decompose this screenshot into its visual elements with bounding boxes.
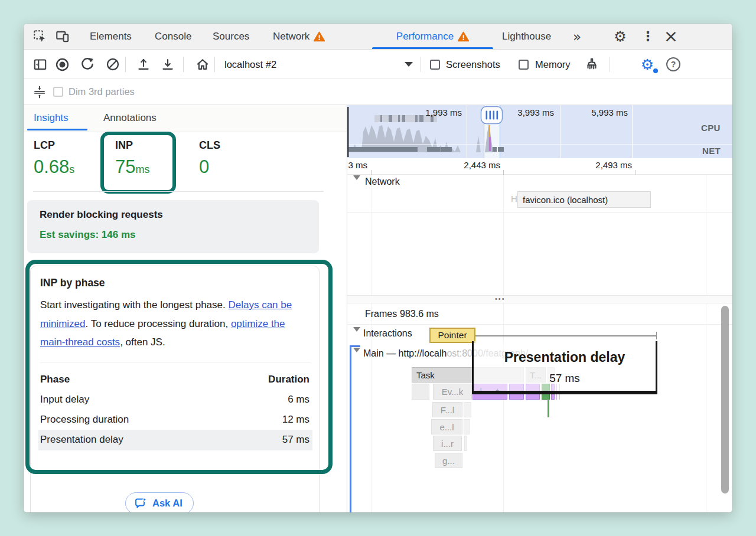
caret-down-icon[interactable] (405, 62, 413, 67)
inspect-element-icon[interactable] (32, 28, 48, 45)
cpu-track-label: CPU (701, 123, 721, 133)
render-blocking-card[interactable]: Render blocking requests Est savings: 14… (27, 200, 319, 253)
desktop-background: { "colors":{"accent":"#1a73e8","link":"#… (0, 0, 756, 536)
frames-track-label[interactable]: Frames (365, 309, 397, 319)
net-track-label: NET (702, 146, 721, 156)
settings-gear-icon[interactable]: ⚙ (611, 28, 629, 45)
ruler-tick (636, 170, 636, 175)
interactions-track-expander[interactable] (353, 332, 360, 342)
toolbar-separator (214, 57, 215, 72)
table-row[interactable]: Presentation delay57 ms (40, 434, 309, 446)
tab-insights-underline (27, 129, 87, 130)
collapse-tracks-icon[interactable] (32, 84, 47, 100)
screenshots-label[interactable]: Screenshots (446, 59, 500, 70)
main-track-border (350, 345, 351, 512)
tab-elements[interactable]: Elements (90, 24, 132, 49)
ruler-tick (503, 170, 504, 175)
metric-lcp[interactable]: LCP 0.68s (34, 139, 74, 178)
network-request-favicon[interactable]: favicon.ico (localhost) (517, 191, 651, 208)
ask-ai-button[interactable]: Ask AI (125, 492, 194, 512)
divider (40, 362, 311, 362)
more-tabs-icon[interactable]: » (568, 28, 586, 45)
insights-sidebar: Insights Annotations LCP 0.68s INP 75ms … (24, 105, 347, 512)
clear-icon[interactable] (105, 56, 121, 73)
interaction-pointer-badge[interactable]: Pointer (429, 328, 475, 343)
close-icon[interactable]: × (662, 27, 680, 45)
devtools-tabbar: Elements Console Sources Network Perform… (24, 24, 732, 50)
flame-fn-bar[interactable]: e...l (431, 419, 462, 434)
tab-console[interactable]: Console (155, 24, 191, 49)
flame-fn-bar[interactable]: F...l (432, 402, 462, 417)
ruler-tick (371, 170, 372, 175)
metric-cls[interactable]: CLS 0 (199, 139, 220, 178)
tab-insights[interactable]: Insights (34, 112, 69, 124)
flame-fn-bar[interactable]: i...r (433, 436, 462, 451)
vertical-scrollbar[interactable] (721, 306, 729, 493)
tab-annotations[interactable]: Annotations (103, 112, 157, 124)
tab-sources[interactable]: Sources (213, 24, 249, 49)
memory-label[interactable]: Memory (535, 59, 571, 70)
timeline-minimap[interactable]: 1,993 ms 3,993 ms 5,993 ms CPU NET (347, 105, 732, 158)
help-icon[interactable]: ? (666, 57, 680, 71)
home-icon[interactable] (194, 56, 211, 73)
panel-splitter[interactable]: ••• (347, 295, 732, 303)
clipped-request-label: H (511, 194, 517, 204)
ruler-label: 2,443 ms (445, 160, 500, 170)
screenshots-checkbox[interactable] (430, 60, 440, 70)
splitter-grip-dots: ••• (495, 295, 506, 302)
reload-record-icon[interactable] (79, 56, 96, 73)
main-track-expander[interactable] (353, 352, 360, 363)
flame-small-bar[interactable] (412, 384, 429, 400)
table-row[interactable]: Processing duration12 ms (40, 414, 309, 426)
phase-table-header: PhaseDuration (40, 374, 309, 385)
render-blocking-savings: Est savings: 146 ms (40, 229, 136, 241)
flame-small-bar[interactable] (464, 419, 470, 434)
flame-event-bar[interactable]: Ev...k (433, 384, 472, 400)
tab-network[interactable]: Network (273, 24, 325, 49)
toolbar-separator (610, 57, 610, 72)
triangle-down-icon (353, 327, 360, 342)
performance-subbar: Dim 3rd parties (24, 79, 732, 105)
download-profile-icon[interactable] (159, 56, 176, 73)
dock-panel-icon[interactable] (32, 56, 48, 73)
toolbar-separator (125, 57, 126, 72)
interaction-whisker (475, 335, 657, 336)
tab-lighthouse[interactable]: Lighthouse (502, 24, 551, 49)
dim-3rd-parties-checkbox[interactable] (53, 87, 63, 97)
minimap-time-label: 5,993 ms (572, 107, 628, 117)
table-row[interactable]: Input delay6 ms (40, 394, 309, 406)
network-track-label: Network (365, 177, 400, 187)
device-toolbar-icon[interactable] (54, 28, 71, 45)
grid-line (706, 175, 706, 512)
garbage-collect-icon[interactable] (584, 56, 600, 73)
flame-small-bar[interactable] (464, 402, 471, 417)
interactions-track-label: Interactions (363, 328, 412, 339)
memory-checkbox[interactable] (519, 60, 529, 70)
devtools-window: Elements Console Sources Network Perform… (24, 24, 732, 512)
metric-inp[interactable]: INP 75ms (115, 139, 149, 178)
sidebar-tabs: Insights Annotations (24, 105, 347, 132)
inp-by-phase-card: INP by phase Start investigating with th… (30, 266, 320, 512)
flame-task-bar[interactable]: Task (412, 367, 472, 383)
kebab-menu-icon[interactable]: ⋮ (641, 28, 654, 45)
flame-paint-line (548, 400, 549, 417)
tab-performance[interactable]: Performance (372, 24, 493, 49)
ruler-label: 3 ms (347, 160, 367, 170)
annotation-right-line (656, 341, 657, 394)
frames-track-value: 983.6 ms (400, 309, 439, 319)
network-track-expander[interactable] (353, 180, 360, 191)
flame-fn-bar[interactable]: g... (435, 453, 462, 468)
timeline-panel: 1,993 ms 3,993 ms 5,993 ms CPU NET 3 ms … (347, 105, 732, 512)
target-selector[interactable]: localhost #2 (224, 59, 276, 70)
settings-active-dot (653, 68, 658, 73)
inp-by-phase-title: INP by phase (40, 277, 105, 289)
annotation-value: 57 ms (474, 372, 656, 385)
toolbar-separator (183, 57, 184, 72)
render-blocking-title: Render blocking requests (40, 209, 163, 221)
upload-profile-icon[interactable] (135, 56, 152, 73)
record-icon[interactable] (54, 56, 70, 73)
flame-small-bar[interactable] (464, 436, 467, 451)
minimap-time-label: 1,993 ms (406, 107, 462, 117)
performance-toolbar: localhost #2 Screenshots Memory ⚙ ? (24, 50, 732, 79)
toolbar-separator (421, 57, 421, 72)
